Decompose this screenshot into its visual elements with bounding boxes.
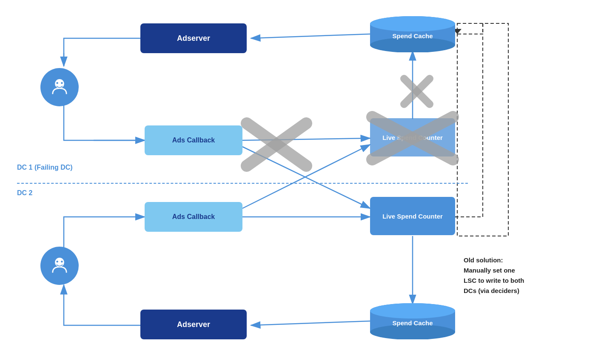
- arrows-overlay: [0, 0, 604, 364]
- svg-point-21: [55, 258, 64, 267]
- svg-line-10: [242, 145, 370, 208]
- svg-text:Spend Cache: Spend Cache: [392, 32, 433, 40]
- dc2-label: DC 2: [17, 189, 32, 197]
- annotation-text: Old solution:Manually set oneLSC to writ…: [464, 255, 524, 296]
- svg-line-6: [242, 138, 370, 140]
- diagram-container: Adserver Spend Cache DC 1 (Failing DC) D…: [0, 0, 604, 364]
- ads-callback-dc1: Ads Callback: [145, 125, 242, 155]
- svg-rect-13: [457, 23, 508, 236]
- svg-text:Spend Cache: Spend Cache: [392, 319, 433, 327]
- x-mark-spend-cache-path: [400, 74, 434, 108]
- lsc-dc1: Live Spend Counter: [370, 118, 455, 156]
- spend-cache-top: Spend Cache: [370, 16, 455, 52]
- svg-line-9: [242, 147, 370, 208]
- svg-line-3: [251, 34, 370, 38]
- svg-line-12: [251, 321, 370, 325]
- adserver-bottom: Adserver: [140, 310, 247, 339]
- svg-point-32: [370, 303, 455, 318]
- adserver-top: Adserver: [140, 23, 247, 53]
- ads-callback-dc2: Ads Callback: [145, 202, 242, 232]
- svg-point-26: [370, 37, 455, 52]
- dc1-label: DC 1 (Failing DC): [17, 164, 73, 171]
- x-mark-ads-cb-dc1: [238, 115, 315, 174]
- user-circle-dc2: [40, 247, 79, 285]
- svg-point-19: [56, 82, 58, 84]
- svg-line-36: [247, 123, 306, 166]
- svg-point-20: [61, 82, 63, 84]
- user-circle-dc1: [40, 68, 79, 106]
- svg-point-23: [61, 261, 63, 262]
- svg-line-37: [247, 123, 306, 166]
- dc-separator: [17, 183, 468, 184]
- svg-point-31: [370, 324, 455, 339]
- svg-point-18: [55, 79, 64, 88]
- lsc-dc2: Live Spend Counter: [370, 197, 455, 235]
- svg-line-39: [404, 79, 430, 104]
- svg-line-38: [404, 79, 430, 104]
- svg-point-27: [370, 16, 455, 31]
- svg-point-22: [56, 261, 58, 262]
- spend-cache-bottom: Spend Cache: [370, 303, 455, 339]
